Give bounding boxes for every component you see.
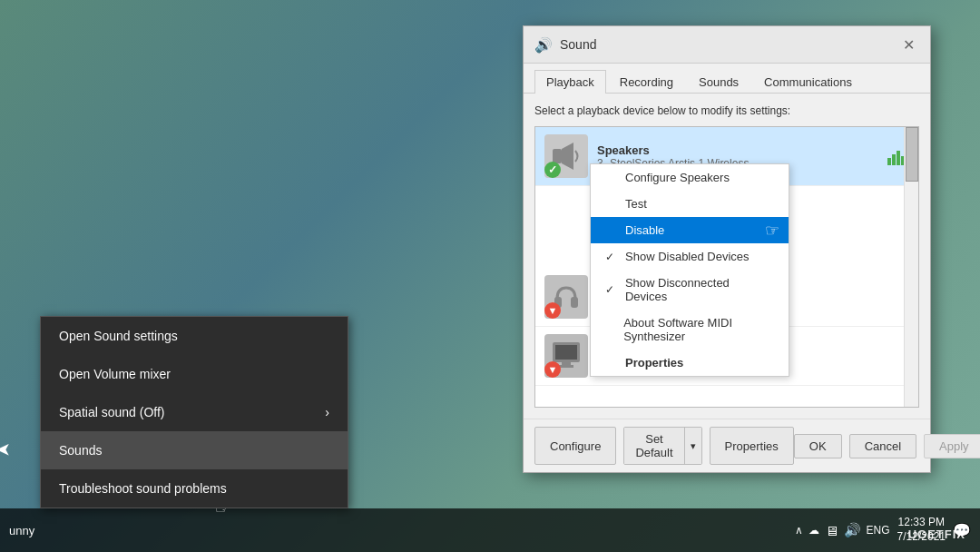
taskbar-username: unny	[9, 524, 34, 537]
svg-rect-7	[559, 365, 573, 368]
sound-dialog: 🔊 Sound ✕ Playback Recording Sounds Comm…	[523, 25, 931, 473]
popup-disable[interactable]: Disable ☞	[591, 217, 789, 243]
set-default-button[interactable]: Set Default	[624, 428, 683, 464]
cancel-button[interactable]: Cancel	[849, 434, 916, 458]
tab-bar: Playback Recording Sounds Communications	[524, 64, 930, 94]
dialog-title-left: 🔊 Sound	[534, 36, 596, 54]
context-menu-item-spatial[interactable]: Spatial sound (Off) ›	[41, 393, 348, 431]
taskbar-icons: ∧ ☁ 🖥 🔊 ENG	[795, 522, 890, 538]
dialog-footer: Configure Set Default ▾ Properties OK Ca…	[524, 419, 930, 472]
tab-recording[interactable]: Recording	[608, 70, 685, 94]
dialog-close-button[interactable]: ✕	[897, 34, 919, 55]
context-menu-arrow-spatial: ›	[325, 405, 329, 419]
dialog-body: Select a playback device below to modify…	[524, 94, 930, 419]
popup-configure-label: Configure Speakers	[625, 171, 730, 184]
tab-sounds[interactable]: Sounds	[687, 70, 750, 94]
popup-about-label: About Software MIDI Synthesizer	[623, 316, 774, 343]
popup-show-disconnected[interactable]: ✓ Show Disconnected Devices	[591, 270, 789, 310]
popup-disable-label: Disable	[625, 223, 664, 237]
bar1	[887, 158, 891, 165]
context-menu: Open Sound settings Open Volume mixer Sp…	[40, 316, 348, 508]
dialog-titlebar: 🔊 Sound ✕	[524, 26, 930, 64]
network-icon: 🖥	[825, 523, 838, 538]
popup-test[interactable]: Test	[591, 191, 789, 217]
check-4: ✓	[605, 283, 618, 296]
popup-about[interactable]: About Software MIDI Synthesizer	[591, 310, 789, 350]
nvidia-status-red: ▼	[544, 361, 561, 378]
set-default-arrow[interactable]: ▾	[684, 428, 701, 464]
ok-button[interactable]: OK	[794, 434, 842, 458]
speakers-icon: ✓	[544, 134, 588, 178]
cloud-icon: ☁	[808, 524, 819, 537]
context-menu-item-sounds[interactable]: Sounds ➤	[41, 431, 348, 469]
popup-properties-label: Properties	[625, 356, 683, 370]
configure-button[interactable]: Configure	[534, 427, 616, 465]
popup-test-label: Test	[625, 197, 647, 211]
set-default-split[interactable]: Set Default ▾	[623, 427, 701, 465]
dialog-description: Select a playback device below to modify…	[534, 104, 919, 117]
headphones-icon: ▼	[544, 275, 588, 319]
svg-marker-1	[562, 143, 573, 170]
popup-configure[interactable]: Configure Speakers	[591, 164, 789, 191]
popup-properties[interactable]: Properties	[591, 350, 789, 376]
chevron-icon[interactable]: ∧	[795, 524, 803, 537]
taskbar: unny ∧ ☁ 🖥 🔊 ENG 12:33 PM 7/12/2021 💬	[0, 508, 980, 552]
context-popup: Configure Speakers Test Disable ☞ ✓ Show…	[590, 163, 789, 377]
scrollbar-thumb[interactable]	[906, 127, 918, 182]
context-menu-label-open-sound: Open Sound settings	[59, 329, 178, 343]
headphones-status-red: ▼	[544, 302, 561, 319]
check-3: ✓	[605, 251, 618, 263]
cursor-hand-popup: ☞	[765, 221, 779, 241]
svg-rect-5	[555, 345, 577, 360]
volume-icon[interactable]: 🔊	[844, 522, 861, 538]
dialog-title: Sound	[560, 37, 596, 52]
tab-playback[interactable]: Playback	[534, 70, 606, 94]
bar2	[892, 154, 896, 165]
bar3	[897, 151, 900, 165]
footer-left: Configure Set Default ▾ Properties	[534, 427, 794, 465]
context-menu-item-open-sound[interactable]: Open Sound settings	[41, 317, 348, 355]
context-menu-item-troubleshoot[interactable]: Troubleshoot sound problems	[41, 469, 348, 508]
context-menu-label-sounds: Sounds	[59, 443, 102, 458]
sound-dialog-icon: 🔊	[534, 36, 553, 54]
context-menu-label-volume-mixer: Open Volume mixer	[59, 367, 171, 381]
properties-button[interactable]: Properties	[710, 427, 794, 465]
footer-right: OK Cancel Apply	[794, 434, 980, 458]
context-menu-label-spatial: Spatial sound (Off)	[59, 405, 164, 419]
popup-show-disabled[interactable]: ✓ Show Disabled Devices	[591, 243, 789, 270]
popup-show-disconnected-label: Show Disconnected Devices	[625, 276, 774, 303]
device-list: ✓ Speakers 3- SteelSeries Arctis 1 Wirel…	[534, 126, 919, 408]
lang-label: ENG	[867, 524, 890, 537]
svg-rect-3	[571, 297, 578, 308]
taskbar-left: unny	[9, 524, 34, 537]
speakers-status-green: ✓	[544, 162, 561, 178]
scrollbar[interactable]	[904, 127, 918, 407]
context-menu-label-troubleshoot: Troubleshoot sound problems	[59, 481, 227, 496]
watermark: UGETFIX	[908, 527, 965, 541]
nvidia-icon: ▼	[544, 334, 588, 378]
tab-communications[interactable]: Communications	[752, 70, 864, 94]
context-menu-item-volume-mixer[interactable]: Open Volume mixer	[41, 355, 348, 393]
popup-show-disabled-label: Show Disabled Devices	[625, 250, 750, 263]
speakers-name: Speakers	[597, 143, 880, 157]
apply-button[interactable]: Apply	[924, 434, 980, 458]
